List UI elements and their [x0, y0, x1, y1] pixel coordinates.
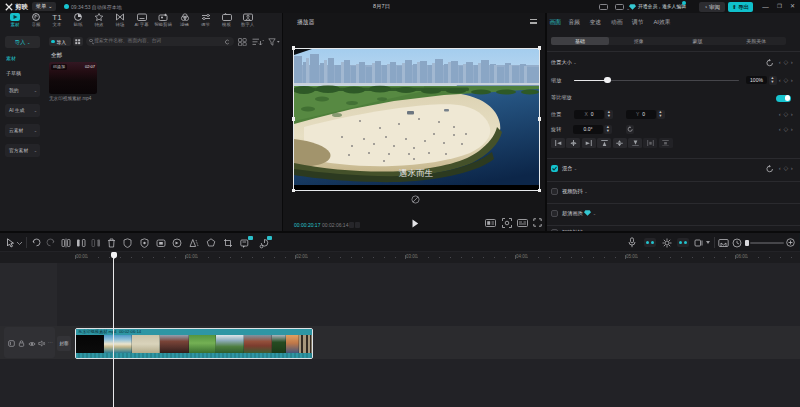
svg-text:遇水而生: 遇水而生: [399, 167, 434, 177]
